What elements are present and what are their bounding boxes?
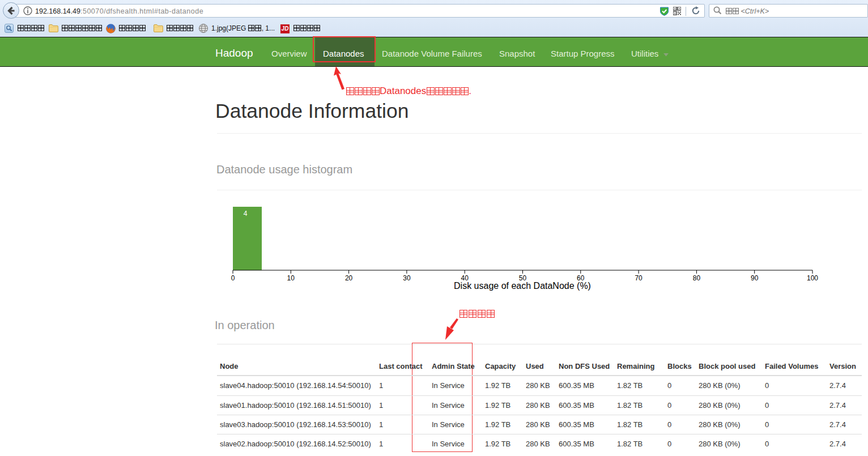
svg-text:20: 20 [345,274,353,282]
svg-text:0: 0 [231,274,235,282]
svg-text:100: 100 [807,274,818,282]
svg-text:10: 10 [287,274,295,282]
svg-text:90: 90 [751,274,759,282]
svg-text:70: 70 [635,274,643,282]
svg-text:30: 30 [403,274,411,282]
svg-text:Disk usage of each DataNode (%: Disk usage of each DataNode (%) [454,281,591,291]
svg-text:80: 80 [693,274,701,282]
svg-text:4: 4 [244,210,248,218]
